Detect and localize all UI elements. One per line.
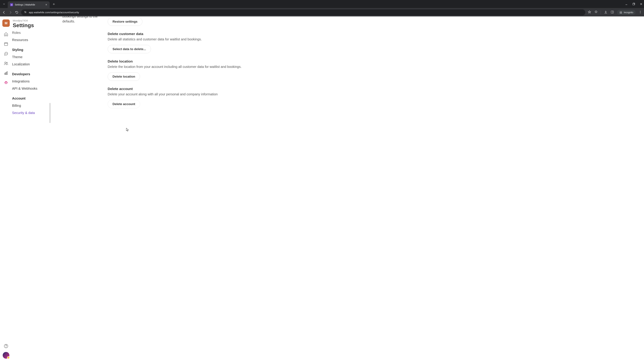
restore-settings-button[interactable]: Restore settings [108,17,142,26]
svg-point-27 [5,82,7,84]
forward-button[interactable] [8,10,12,14]
select-data-to-delete-button[interactable]: Select data to delete... [108,45,151,53]
calendar-icon[interactable] [4,41,8,46]
tab-search-dropdown[interactable] [2,2,6,6]
workspace-avatar[interactable]: M [2,19,10,27]
user-avatar[interactable] [3,352,10,359]
sidebar-item-roles[interactable]: Roles [12,31,51,36]
sidebar-item-localization[interactable]: Localization [12,61,51,68]
svg-point-7 [25,11,26,12]
delete-account-desc: Delete your account along with all your … [108,92,245,96]
incognito-label: Incognito [624,11,633,14]
sidebar-item-security[interactable]: Security & data [12,109,51,116]
delete-account-title: Delete account [108,87,245,91]
svg-rect-9 [611,11,614,13]
back-button[interactable] [2,10,6,14]
delete-location-title: Delete location [108,59,245,63]
sidebar-heading-account: Account [12,96,51,100]
browser-toolbar: app.waitwhile.com/settings/account/secur… [0,8,644,16]
svg-point-13 [640,13,640,13]
main-content: bookings settings to the defaults. Resto… [51,16,644,362]
delete-location-desc: Delete the location from your account in… [108,64,245,69]
delete-account-button[interactable]: Delete account [108,100,140,108]
sidepanel-icon[interactable] [611,10,614,14]
reload-button[interactable] [15,10,19,14]
bookmark-star-icon[interactable] [588,10,591,14]
section-description-column: bookings settings to the defaults. [62,16,101,108]
settings-gear-icon[interactable] [4,80,8,85]
tab-title: Settings | Waitwhile [15,3,35,6]
page-title: Settings [12,22,51,28]
svg-rect-24 [6,72,6,75]
window-controls [625,3,642,5]
app-icon-rail: M [0,16,12,362]
svg-point-21 [4,62,6,63]
workspace-name: Moodjoy7434 [12,19,51,22]
svg-point-22 [6,62,8,63]
tab-close-icon[interactable]: ✕ [45,3,47,6]
analytics-icon[interactable] [4,71,8,75]
svg-point-8 [25,12,26,13]
browser-tabstrip: Settings | Waitwhile ✕ ＋ [0,0,644,8]
url-text: app.waitwhile.com/settings/account/secur… [29,11,79,14]
maximize-button[interactable] [632,3,635,5]
svg-rect-2 [633,3,634,5]
chat-icon[interactable] [4,51,8,56]
svg-point-29 [6,347,6,347]
svg-rect-23 [4,73,5,75]
sidebar-item-resources[interactable]: Resources [12,36,51,43]
sidebar-item-api[interactable]: API & Webhooks [12,85,51,92]
svg-point-11 [640,11,640,11]
new-tab-button[interactable]: ＋ [52,1,56,6]
restore-description-partial: bookings settings to the defaults. [62,16,101,24]
site-settings-icon[interactable] [24,10,27,14]
sidebar-scrollbar[interactable] [49,103,51,123]
delete-customer-data-title: Delete customer data [108,32,245,36]
chrome-menu-icon[interactable] [639,10,642,14]
delete-customer-data-desc: Delete all statistics and customer data … [108,37,245,41]
svg-point-18 [5,53,6,54]
minimize-button[interactable] [625,3,628,5]
extensions-icon[interactable] [594,10,598,14]
svg-rect-14 [4,42,8,45]
sidebar-heading-styling: Styling [12,48,51,52]
svg-rect-25 [7,71,8,74]
settings-sidebar: Moodjoy7434 Settings Roles Resources Sty… [12,16,51,362]
incognito-badge[interactable]: Incognito [617,10,636,15]
downloads-icon[interactable] [604,10,608,14]
browser-tab[interactable]: Settings | Waitwhile ✕ [8,1,50,8]
users-icon[interactable] [4,61,8,66]
help-icon[interactable] [4,344,8,349]
sidebar-item-billing[interactable]: Billing [12,102,51,109]
home-icon[interactable] [4,32,8,36]
sidebar-item-theme[interactable]: Theme [12,53,51,61]
sidebar-item-integrations[interactable]: Integrations [12,78,51,85]
waitwhile-favicon [10,3,13,6]
close-window-button[interactable] [640,3,642,5]
sidebar-heading-developers: Developers [12,72,51,76]
svg-point-12 [640,12,640,12]
address-bar[interactable]: app.waitwhile.com/settings/account/secur… [21,9,585,15]
toolbar-divider [601,10,601,14]
delete-location-button[interactable]: Delete location [108,72,140,81]
